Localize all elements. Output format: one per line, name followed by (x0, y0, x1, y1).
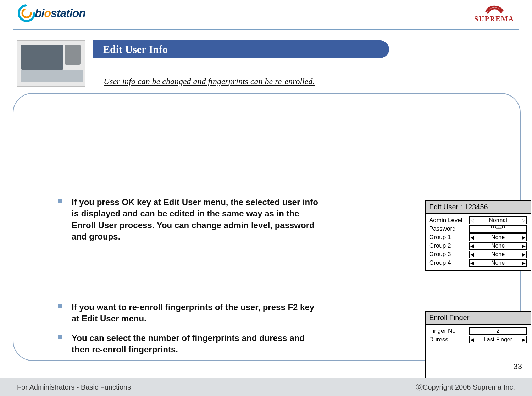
selector-group3[interactable]: ◀ None ▶ (469, 251, 527, 258)
panel-edit-title: Edit User : 123456 (426, 201, 531, 214)
selector-value: None (474, 260, 522, 266)
arrow-right-icon[interactable]: ▶ (522, 235, 526, 240)
bullet-item: You can select the number of fingerprint… (58, 332, 324, 356)
row-finger-no: Finger No 2 (429, 327, 527, 335)
selector-value: Last Finger (474, 336, 522, 343)
row-group3: Group 3 ◀ None ▶ (429, 250, 527, 259)
row-label: Group 1 (429, 234, 469, 241)
svg-point-1 (22, 9, 31, 17)
arrow-right-icon[interactable]: ▶ (522, 337, 526, 342)
input-password[interactable]: ******* (469, 225, 527, 233)
selector-value: None (474, 234, 522, 241)
arrow-right-icon[interactable]: ▷ (522, 218, 526, 223)
selector-group4[interactable]: ◀ None ▶ (469, 259, 527, 267)
panel-enroll-finger: Enroll Finger Finger No 2 Duress ◀ Last … (425, 311, 531, 387)
biostation-word: biostation (35, 7, 85, 20)
arrow-left-icon[interactable]: ◀ (470, 252, 474, 257)
row-label: Admin Level (429, 217, 469, 224)
row-group1: Group 1 ◀ None ▶ (429, 233, 527, 242)
footer-right: ⓒCopyright 2006 Suprema Inc. (416, 383, 515, 392)
logo-biostation: biostation (18, 4, 85, 22)
panel-edit-user: Edit User : 123456 Admin Level ◁ Normal … (425, 200, 531, 271)
content-frame: If you press OK key at Edit User menu, t… (13, 93, 521, 361)
square-bullet-icon (58, 335, 62, 339)
row-label: Duress (429, 336, 469, 343)
row-duress: Duress ◀ Last Finger ▶ (429, 335, 527, 344)
suprema-word: SUPREMA (474, 15, 514, 23)
row-label: Group 2 (429, 242, 469, 249)
arrow-left-icon[interactable]: ◀ (470, 243, 474, 248)
suprema-swirl-icon (485, 4, 504, 15)
arrow-right-icon[interactable]: ▶ (522, 252, 526, 257)
vertical-divider (409, 197, 409, 350)
footer-left: For Administrators - Basic Functions (17, 383, 131, 391)
input-value: 2 (497, 328, 500, 334)
selector-group2[interactable]: ◀ None ▶ (469, 242, 527, 250)
header: biostation SUPREMA (0, 0, 532, 28)
row-label: Finger No (429, 328, 469, 335)
selector-group1[interactable]: ◀ None ▶ (469, 233, 527, 241)
arrow-left-icon[interactable]: ◁ (470, 218, 474, 223)
panel-enroll-body: Finger No 2 Duress ◀ Last Finger ▶ (426, 325, 531, 347)
selector-admin-level[interactable]: ◁ Normal ▷ (469, 216, 527, 224)
panel-edit-body: Admin Level ◁ Normal ▷ Password ******* … (426, 214, 531, 271)
row-admin-level: Admin Level ◁ Normal ▷ (429, 216, 527, 225)
svg-point-0 (19, 5, 34, 21)
arrow-left-icon[interactable]: ◀ (470, 235, 474, 240)
row-label: Group 3 (429, 251, 469, 258)
bullet-item: If you press OK key at Edit User menu, t… (58, 197, 324, 243)
header-divider (13, 29, 519, 30)
bullet-item: If you want to re-enroll fingerprints of… (58, 302, 324, 325)
title-pill: Edit User Info (93, 40, 389, 58)
row-group4: Group 4 ◀ None ▶ (429, 259, 527, 267)
arrow-left-icon[interactable]: ◀ (470, 260, 474, 265)
row-label: Group 4 (429, 259, 469, 266)
selector-value: Normal (474, 217, 522, 224)
page-number: 33 (514, 362, 522, 371)
bullet-text: If you want to re-enroll fingerprints of… (72, 302, 324, 325)
swirl-icon (18, 4, 35, 22)
selector-value: None (474, 243, 522, 249)
bullet-text: If you press OK key at Edit User menu, t… (72, 197, 324, 243)
row-password: Password ******* (429, 225, 527, 233)
panel-enroll-title: Enroll Finger (426, 312, 531, 325)
row-group2: Group 2 ◀ None ▶ (429, 242, 527, 250)
selector-value: None (474, 251, 522, 258)
arrow-right-icon[interactable]: ▶ (522, 260, 526, 265)
input-value: ******* (490, 226, 506, 232)
page-root: biostation SUPREMA Edit User Info User i… (0, 0, 532, 396)
row-label: Password (429, 225, 469, 232)
square-bullet-icon (58, 304, 62, 308)
square-bullet-icon (58, 199, 62, 203)
arrow-right-icon[interactable]: ▶ (522, 243, 526, 248)
logo-suprema: SUPREMA (474, 4, 514, 23)
selector-duress[interactable]: ◀ Last Finger ▶ (469, 336, 527, 343)
page-title: Edit User Info (103, 43, 168, 55)
device-thumbnail (17, 40, 85, 87)
bullet-text: You can select the number of fingerprint… (72, 332, 324, 356)
footer: For Administrators - Basic Functions ⓒCo… (0, 378, 532, 396)
bullet-group-bottom: If you want to re-enroll fingerprints of… (58, 302, 324, 363)
arrow-left-icon[interactable]: ◀ (470, 337, 474, 342)
subtitle: User info can be changed and fingerprint… (104, 77, 315, 86)
input-finger-no[interactable]: 2 (469, 327, 527, 335)
bullet-group-top: If you press OK key at Edit User menu, t… (58, 197, 324, 251)
